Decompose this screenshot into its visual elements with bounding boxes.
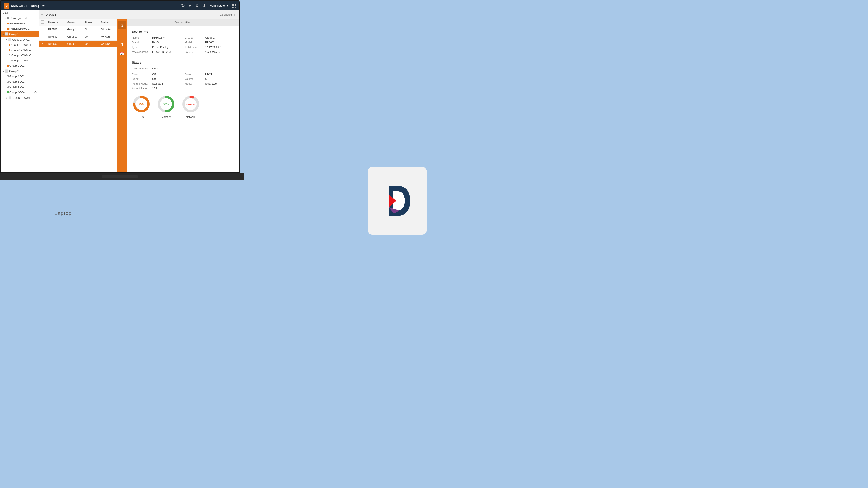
ip-label: IP Address: [185, 46, 204, 49]
row2-group: Group 1 [65, 33, 83, 40]
type-value: Public Display [152, 46, 168, 49]
sidebar-item-uncategorized[interactable]: ▾ Uncategorized [1, 16, 39, 21]
menu-icon[interactable]: ≡ [42, 4, 44, 8]
col-name[interactable]: Name ▼ [46, 19, 65, 26]
sidebar-item-group2-dw01[interactable]: ▶ ⬜ Group 2-DW01 [1, 95, 39, 100]
field-picture-mode: Picture Mode: Standard [132, 82, 181, 85]
sidebar-item-dw01-4[interactable]: Group 1-DW01-4 [1, 58, 39, 63]
add-icon[interactable]: + [189, 3, 191, 8]
field-power: Power: Off [132, 73, 181, 75]
expand-icon[interactable]: ⊡ [234, 13, 237, 17]
sidebar-item-device1[interactable]: H65EBWP69... [1, 21, 39, 26]
row1-checkbox[interactable] [41, 28, 44, 31]
blank-value: Off [152, 78, 156, 81]
download-icon[interactable]: ⬇ [203, 3, 206, 8]
screen-content: D DMS Cloud – BenQ ≡ ↻ + ⚙ ⬇ Administato… [1, 1, 239, 172]
filter-icon: ⊟ [121, 33, 124, 36]
group2-d02-icon [7, 81, 8, 83]
device1-icon [7, 23, 8, 24]
version-label: Version: [185, 51, 204, 54]
mac-label: MAC Address: [132, 51, 151, 53]
device-table: Name ▼ Group Power Status RP6502 [39, 19, 117, 48]
dropdown-arrow: ▾ [227, 4, 228, 7]
mac-value: F8-C0-EB-02-08 [152, 51, 172, 53]
sidebar-item-dw01-2[interactable]: Group 1-DW01-2 [1, 48, 39, 53]
sync-icon: ⚙ [34, 91, 37, 94]
info-icon: ℹ [121, 23, 123, 28]
benq-logo-card [368, 167, 427, 235]
col-power[interactable]: Power [83, 19, 99, 26]
sidebar-item-device2[interactable]: H65EBWP69A-... [1, 26, 39, 31]
device-info-title: Device Info [132, 30, 234, 33]
row3-checkbox[interactable]: ✓ [41, 42, 44, 45]
edit-name-icon[interactable]: ✏ [163, 36, 164, 39]
sidebar-all-label: All [5, 11, 8, 14]
content-area: ⊣ Group 1 1 selected ⊡ Nam [39, 10, 239, 172]
col-group[interactable]: Group [65, 19, 83, 26]
cpu-label: CPU [138, 116, 144, 118]
row1-power: On [83, 26, 99, 33]
field-model: Model: RP8602 [185, 41, 234, 44]
sidebar-item-dw01-1[interactable]: Group 1-DW01-1 [1, 42, 39, 48]
row1-status: AV mute [99, 26, 117, 33]
type-label: Type: [132, 46, 151, 49]
benq-logo-svg [376, 180, 418, 222]
group2-d04-icon [7, 91, 8, 93]
sidebar-item-group1-d01[interactable]: Group 1-D01 [1, 63, 39, 68]
list-header-bar: ⊣ Group 1 1 selected ⊡ [39, 10, 239, 19]
user-menu[interactable]: Administator ▾ [210, 4, 228, 7]
grid-icon[interactable] [232, 4, 236, 8]
table-row-selected[interactable]: ✓ RP8602 Group 1 On Warning [39, 40, 117, 48]
upload-action-btn[interactable]: ⬆ [118, 40, 126, 49]
table-row[interactable]: RP7502 Group 1 On AV mute [39, 33, 117, 40]
col-status[interactable]: Status [99, 19, 117, 26]
topbar: D DMS Cloud – BenQ ≡ ↻ + ⚙ ⬇ Administato… [1, 1, 239, 10]
dw01-2-icon [8, 49, 10, 51]
filter-action-btn[interactable]: ⊟ [118, 30, 126, 39]
selected-count: 1 selected [220, 13, 232, 16]
list-header-title: Group 1 [45, 13, 57, 17]
row2-checkbox[interactable] [41, 35, 44, 38]
cpu-donut: 75% [132, 95, 151, 114]
field-error-warning: Error/Warning: None [132, 67, 234, 70]
version-link-icon[interactable]: ↗ [218, 51, 220, 54]
sidebar-item-dw01-3[interactable]: Group 1-DW01-3 [1, 53, 39, 58]
toggle-group2-dw01: ▶ [6, 97, 7, 99]
info-action-btn[interactable]: ℹ [118, 21, 126, 29]
sidebar-item-group2-d04[interactable]: Group 2-D04 ⚙ [1, 89, 39, 95]
memory-chart: 50% Memory [157, 95, 176, 118]
sidebar-item-group1[interactable]: ▾ ⬜ Group 1 [1, 31, 39, 37]
settings-icon[interactable]: ⚙ [195, 3, 199, 8]
main-layout: ▾ All ▾ Uncategorized H65EBWP69... [1, 10, 239, 172]
sidebar-item-group2-d01[interactable]: Group 2-D01 [1, 74, 39, 79]
sidebar-item-group2-d02[interactable]: Group 2-D02 [1, 79, 39, 84]
row2-status: AV mute [99, 33, 117, 40]
upload-icon: ⬆ [121, 42, 124, 47]
sidebar-item-group1-dw01[interactable]: ▾ ⬜ Group 1-DW01 [1, 37, 39, 42]
mode-value: SmartEco [205, 82, 217, 85]
header-checkbox[interactable] [41, 21, 44, 24]
laptop-vent [102, 175, 137, 178]
sidebar-item-all[interactable]: ▾ All [1, 10, 39, 16]
mode-label: Mode: [185, 82, 204, 85]
app-logo: D DMS Cloud – BenQ [4, 3, 39, 8]
memory-label: Memory [161, 116, 171, 118]
ip-info-icon[interactable]: ⓘ [220, 46, 222, 49]
schedule-action-btn[interactable]: 📅 [118, 49, 126, 58]
group2-d03-icon [7, 86, 8, 88]
ip-value: 10.27.27.89 ⓘ [205, 46, 222, 49]
sidebar-item-group2[interactable]: ▾ ⬜ Group 2 [1, 68, 39, 74]
aspect-ratio-label: Aspect Ratio: [132, 87, 151, 90]
sidebar-item-group2-d03[interactable]: Group 2-D03 [1, 84, 39, 89]
error-warning-label: Error/Warning: [132, 67, 151, 70]
table-row[interactable]: RP6502 Group 1 On AV mute [39, 26, 117, 33]
calendar-icon: 📅 [120, 52, 125, 56]
network-donut: 0.05 Mbps [181, 95, 200, 114]
cpu-value: 75% [139, 103, 144, 105]
field-source: Source: HDMI [185, 73, 234, 75]
nav-back-icon[interactable]: ⊣ [41, 13, 44, 17]
device-info-left: Name: RP8602 ✏ Brand: BenQ [132, 36, 181, 54]
list-panel: Name ▼ Group Power Status RP6502 [39, 19, 117, 172]
refresh-icon[interactable]: ↻ [181, 3, 185, 8]
charts-row: 75% CPU [132, 95, 234, 122]
